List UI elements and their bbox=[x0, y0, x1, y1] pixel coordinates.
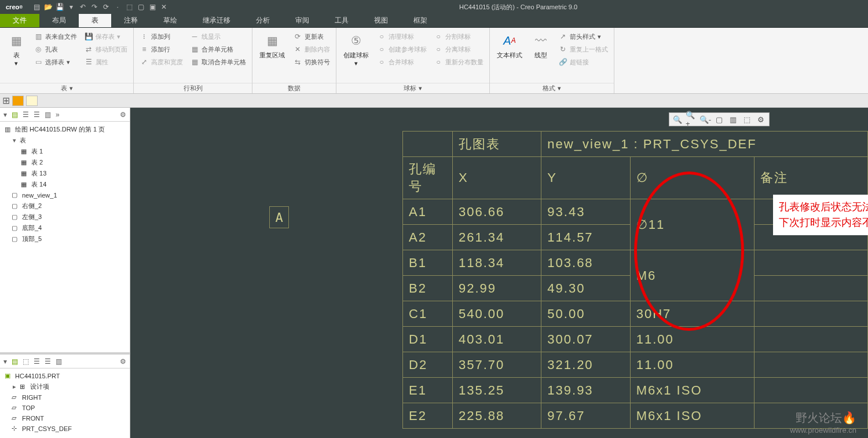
hole-table-csys[interactable]: new_view_1 : PRT_CSYS_DEF bbox=[541, 132, 868, 157]
redo-icon[interactable]: ↷ bbox=[90, 2, 99, 12]
arrow-style-button[interactable]: ↗箭头样式▾ bbox=[556, 30, 610, 43]
tree-new-view[interactable]: ▢new_view_1 bbox=[2, 190, 127, 200]
update-table-button[interactable]: ⟳更新表 bbox=[291, 30, 332, 43]
hyperlink-button[interactable]: 🔗超链接 bbox=[556, 56, 610, 68]
redist-qty-button[interactable]: ○重新分布数量 bbox=[431, 56, 486, 68]
tree-tables[interactable]: ▾表 bbox=[2, 135, 127, 146]
insert-table-button[interactable]: ▦表▾ bbox=[3, 30, 29, 68]
cols2-icon[interactable]: ▥ bbox=[56, 357, 62, 366]
col-note[interactable]: 备注 bbox=[754, 157, 867, 199]
tab-tools[interactable]: 工具 bbox=[322, 14, 361, 27]
zoom-in-icon[interactable]: 🔍+ bbox=[686, 114, 697, 125]
table-from-file-button[interactable]: ▥表来自文件 bbox=[31, 30, 79, 43]
layer-icon[interactable]: ⬚ bbox=[741, 114, 753, 125]
table-row[interactable]: E1135.25139.93M6x1 ISO bbox=[403, 378, 868, 403]
zoom-out-icon[interactable]: 🔍- bbox=[699, 114, 711, 125]
line-display-button[interactable]: ─线显示 bbox=[188, 30, 248, 43]
collapse-icon[interactable]: ▾ bbox=[3, 111, 7, 119]
model-tree-icon[interactable]: ▤ bbox=[12, 357, 18, 366]
more-icon[interactable]: » bbox=[56, 111, 60, 119]
add-row-button[interactable]: ≡添加行 bbox=[137, 43, 185, 56]
repeat-region-button[interactable]: ▦重复区域 bbox=[256, 30, 288, 61]
collapse-icon[interactable]: ▾ bbox=[3, 357, 7, 366]
tree-right[interactable]: ▢右侧_2 bbox=[2, 200, 127, 211]
unmerge-cells-button[interactable]: ▦取消合并单元格 bbox=[188, 56, 248, 68]
table-row[interactable]: C1540.0050.0030H7 bbox=[403, 301, 868, 327]
col-y[interactable]: Y bbox=[541, 157, 630, 199]
undo-icon[interactable]: ↶ bbox=[78, 2, 87, 12]
tab-frame[interactable]: 框架 bbox=[401, 14, 440, 27]
doctab-2[interactable] bbox=[26, 96, 38, 106]
tab-layout[interactable]: 布局 bbox=[39, 14, 79, 27]
move-to-page-button[interactable]: ⇄移动到页面 bbox=[82, 43, 130, 56]
delete-content-button[interactable]: ✕删除内容 bbox=[291, 43, 332, 56]
tree-table-13[interactable]: ▦表 13 bbox=[2, 168, 127, 179]
tree-table-2[interactable]: ▦表 2 bbox=[2, 157, 127, 168]
hole-table[interactable]: 孔图表 new_view_1 : PRT_CSYS_DEF 孔编号 X Y ∅ … bbox=[402, 131, 868, 429]
settings2-icon[interactable]: ⚙ bbox=[120, 357, 126, 366]
open-icon[interactable]: 📂 bbox=[43, 2, 53, 12]
tab-inherit[interactable]: 继承迁移 bbox=[190, 14, 243, 27]
zoom-fit-icon[interactable]: 🔍 bbox=[672, 114, 683, 125]
hole-table-header-row[interactable]: 孔编号 X Y ∅ 备注 bbox=[403, 157, 868, 199]
tree-datum-front[interactable]: ▱FRONT bbox=[2, 413, 127, 424]
hole-table-button[interactable]: ◎孔表 bbox=[31, 43, 79, 56]
filter2-icon[interactable]: ☰ bbox=[45, 357, 51, 366]
sheet-icon[interactable]: ▥ bbox=[727, 114, 739, 125]
tree-top[interactable]: ▢顶部_5 bbox=[2, 233, 127, 244]
doctab-tree-icon[interactable]: ⊞ bbox=[2, 95, 10, 106]
tree-datum-top[interactable]: ▱TOP bbox=[2, 403, 127, 413]
cols-icon[interactable]: ▥ bbox=[45, 111, 51, 119]
window-icon[interactable]: ▢ bbox=[136, 2, 145, 12]
close-icon[interactable]: ✕ bbox=[159, 2, 169, 12]
layers-icon[interactable]: ⬚ bbox=[23, 357, 29, 366]
table-row[interactable]: D1403.01300.0711.00 bbox=[403, 327, 868, 352]
tree-csys[interactable]: ⊹PRT_CSYS_DEF bbox=[2, 424, 127, 434]
tree-prt-root[interactable]: ▣HC441015.PRT bbox=[2, 371, 127, 381]
new-icon[interactable]: ▤ bbox=[32, 2, 41, 12]
save-table-button[interactable]: 💾保存表▾ bbox=[82, 30, 130, 43]
select-mode-icon[interactable]: ⬚ bbox=[124, 2, 134, 12]
drawing-canvas[interactable]: 🔍 🔍+ 🔍- ▢ ▥ ⬚ ⚙ A 孔图表 new_view_1 : PRT_C… bbox=[130, 108, 868, 438]
tree-view-icon[interactable]: ▤ bbox=[12, 111, 18, 119]
split-balloon-button[interactable]: ○分割球标 bbox=[431, 30, 486, 43]
expand-icon[interactable]: ▸ bbox=[12, 383, 17, 390]
tree-table-1[interactable]: ▦表 1 bbox=[2, 146, 127, 157]
merge-cells-button[interactable]: ▦合并单元格 bbox=[188, 43, 248, 56]
filter-icon[interactable]: ☰ bbox=[34, 357, 40, 366]
tab-table[interactable]: 表 bbox=[79, 14, 111, 27]
list2-icon[interactable]: ☰ bbox=[34, 111, 40, 119]
tree-design[interactable]: ▸⊞设计项 bbox=[2, 381, 127, 392]
line-type-button[interactable]: 〰线型 bbox=[528, 30, 554, 61]
tree-datum-right[interactable]: ▱RIGHT bbox=[2, 392, 127, 403]
switch-symbol-button[interactable]: ⇆切换符号 bbox=[291, 56, 332, 68]
detach-balloon-button[interactable]: ○分离球标 bbox=[431, 43, 486, 56]
col-x[interactable]: X bbox=[452, 157, 541, 199]
select-table-button[interactable]: ▭选择表▾ bbox=[31, 56, 79, 68]
table-row[interactable]: D2357.70321.2011.00 bbox=[403, 352, 868, 378]
tab-review[interactable]: 审阅 bbox=[283, 14, 322, 27]
tab-file[interactable]: 文件 bbox=[0, 14, 39, 27]
tab-view[interactable]: 视图 bbox=[361, 14, 401, 27]
hole-table-title[interactable]: 孔图表 bbox=[452, 132, 541, 157]
save-icon[interactable]: 💾 bbox=[55, 2, 64, 12]
display-icon[interactable]: ⚙ bbox=[755, 114, 767, 125]
regen-icon[interactable]: ⟳ bbox=[101, 2, 111, 12]
list-view-icon[interactable]: ☰ bbox=[23, 111, 29, 119]
tab-sketch[interactable]: 草绘 bbox=[151, 14, 190, 27]
create-ref-balloon-button[interactable]: ○创建参考球标 bbox=[375, 43, 429, 56]
cleanup-balloon-button[interactable]: ○清理球标 bbox=[375, 30, 429, 43]
hole-table-title-row[interactable]: 孔图表 new_view_1 : PRT_CSYS_DEF bbox=[403, 132, 868, 157]
save-dropdown-icon[interactable]: ▾ bbox=[67, 2, 76, 12]
tree-root[interactable]: ▥绘图 HC441015.DRW 的第 1 页 bbox=[2, 124, 127, 135]
doctab-1[interactable] bbox=[12, 96, 24, 106]
tab-annotate[interactable]: 注释 bbox=[111, 14, 151, 27]
collapse-icon[interactable]: ▾ bbox=[12, 137, 17, 144]
settings-icon[interactable]: ⚙ bbox=[120, 111, 126, 119]
refit-icon[interactable]: ▢ bbox=[713, 114, 725, 125]
col-id[interactable]: 孔编号 bbox=[403, 157, 453, 199]
window2-icon[interactable]: ▣ bbox=[148, 2, 157, 12]
repeat-format-button[interactable]: ↻重复上一格式 bbox=[556, 43, 610, 56]
tree-left[interactable]: ▢左侧_3 bbox=[2, 211, 127, 222]
view-label-a[interactable]: A bbox=[269, 206, 289, 228]
